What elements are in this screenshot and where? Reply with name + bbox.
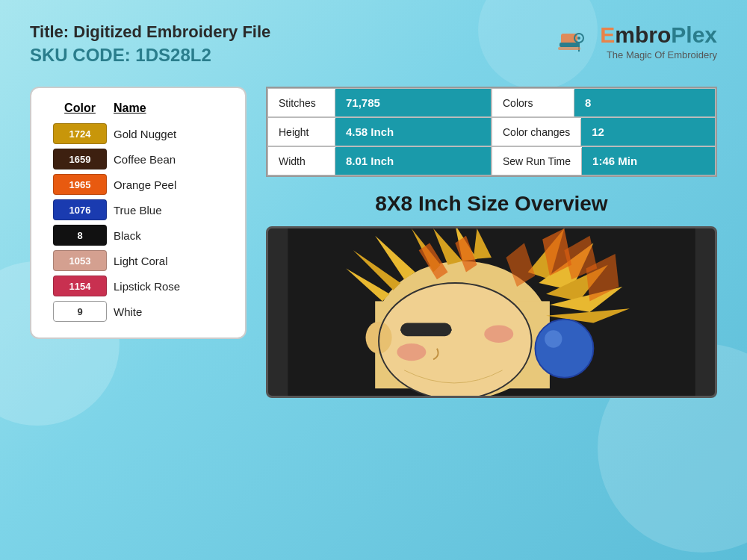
color-table-row: 9 White bbox=[46, 299, 230, 324]
color-name: Gold Nugget bbox=[114, 121, 230, 146]
col-header-color: Color bbox=[46, 102, 114, 121]
color-swatch: 9 bbox=[53, 301, 107, 322]
title-prefix: Title: bbox=[30, 22, 69, 41]
overview-title: 8X8 Inch Size Overview bbox=[266, 192, 717, 216]
logo-mbro: mbro bbox=[615, 22, 671, 47]
content-row: Color Name 1724 Gold Nugget 1659 Coffee … bbox=[30, 87, 717, 398]
color-swatch: 8 bbox=[53, 225, 107, 246]
color-swatch: 1724 bbox=[53, 123, 107, 144]
stat-value: 4.58 Inch bbox=[335, 118, 491, 146]
logo-block: EmbroPlex The Magic Of Embroidery bbox=[555, 22, 717, 60]
title-value: Digitized Embroidery File bbox=[73, 22, 270, 41]
right-panel: Stitches 71,785 Colors 8 Height 4.58 Inc… bbox=[266, 87, 717, 398]
color-table-row: 1154 Lipstick Rose bbox=[46, 273, 230, 299]
stat-label-right: Colors bbox=[492, 90, 574, 116]
color-name: Lipstick Rose bbox=[114, 273, 230, 299]
svg-point-3 bbox=[577, 37, 580, 40]
stat-cell-right: Colors 8 bbox=[492, 88, 716, 117]
color-swatch: 1659 bbox=[53, 149, 107, 169]
color-table-card: Color Name 1724 Gold Nugget 1659 Coffee … bbox=[30, 87, 247, 339]
stat-cell-left: Height 4.58 Inch bbox=[267, 117, 492, 146]
sku-label: SKU CODE: bbox=[30, 45, 131, 65]
stat-label: Height bbox=[268, 119, 335, 146]
color-table-row: 8 Black bbox=[46, 223, 230, 248]
logo-plex-text: Plex bbox=[671, 22, 717, 47]
color-swatch: 1965 bbox=[53, 174, 107, 195]
color-name: Coffee Bean bbox=[114, 146, 230, 172]
header: Title: Digitized Embroidery File SKU COD… bbox=[30, 22, 717, 66]
color-table-row: 1076 True Blue bbox=[46, 197, 230, 223]
logo-text: EmbroPlex The Magic Of Embroidery bbox=[600, 22, 717, 60]
sku-value: 1DS28L2 bbox=[135, 45, 211, 65]
stat-value-right: 12 bbox=[581, 118, 715, 146]
embroidery-image bbox=[266, 226, 717, 398]
stat-cell-left: Stitches 71,785 bbox=[267, 88, 492, 117]
color-name: True Blue bbox=[114, 197, 230, 223]
color-swatch: 1076 bbox=[53, 199, 107, 220]
stat-label: Stitches bbox=[268, 90, 335, 116]
color-table-row: 1965 Orange Peel bbox=[46, 172, 230, 197]
stat-value-right: 8 bbox=[574, 89, 715, 116]
stat-cell-right: Sew Run Time 1:46 Min bbox=[492, 146, 716, 175]
stat-value-right: 1:46 Min bbox=[582, 147, 715, 175]
logo-tagline: The Magic Of Embroidery bbox=[600, 49, 717, 60]
svg-point-33 bbox=[545, 330, 562, 347]
svg-rect-5 bbox=[558, 47, 580, 50]
color-table-row: 1659 Coffee Bean bbox=[46, 146, 230, 172]
color-name: Light Coral bbox=[114, 248, 230, 273]
header-title-block: Title: Digitized Embroidery File SKU COD… bbox=[30, 22, 270, 66]
svg-point-30 bbox=[397, 343, 426, 361]
header-sku: SKU CODE: 1DS28L2 bbox=[30, 45, 270, 66]
stat-label: Width bbox=[268, 148, 335, 175]
stat-value: 71,785 bbox=[335, 89, 491, 116]
color-name: Black bbox=[114, 223, 230, 248]
stat-value: 8.01 Inch bbox=[335, 147, 491, 175]
logo-icon bbox=[555, 23, 592, 60]
color-table: Color Name 1724 Gold Nugget 1659 Coffee … bbox=[46, 102, 230, 324]
header-title: Title: Digitized Embroidery File bbox=[30, 22, 270, 42]
svg-point-31 bbox=[484, 326, 513, 343]
stats-grid: Stitches 71,785 Colors 8 Height 4.58 Inc… bbox=[266, 87, 717, 177]
stat-label-right: Sew Run Time bbox=[492, 148, 582, 175]
color-table-row: 1053 Light Coral bbox=[46, 248, 230, 273]
logo-name: EmbroPlex bbox=[600, 22, 717, 48]
color-name: White bbox=[114, 299, 230, 324]
stat-cell-left: Width 8.01 Inch bbox=[267, 146, 492, 175]
svg-rect-1 bbox=[560, 43, 579, 47]
color-swatch: 1053 bbox=[53, 250, 107, 271]
main-container: Title: Digitized Embroidery File SKU COD… bbox=[0, 0, 747, 420]
stat-cell-right: Color changes 12 bbox=[492, 117, 716, 146]
stat-label-right: Color changes bbox=[492, 119, 581, 146]
color-swatch: 1154 bbox=[53, 276, 107, 296]
col-header-name: Name bbox=[114, 102, 230, 121]
logo-e: E bbox=[600, 22, 615, 47]
anime-face-svg bbox=[268, 228, 715, 396]
color-name: Orange Peel bbox=[114, 172, 230, 197]
color-table-row: 1724 Gold Nugget bbox=[46, 121, 230, 146]
